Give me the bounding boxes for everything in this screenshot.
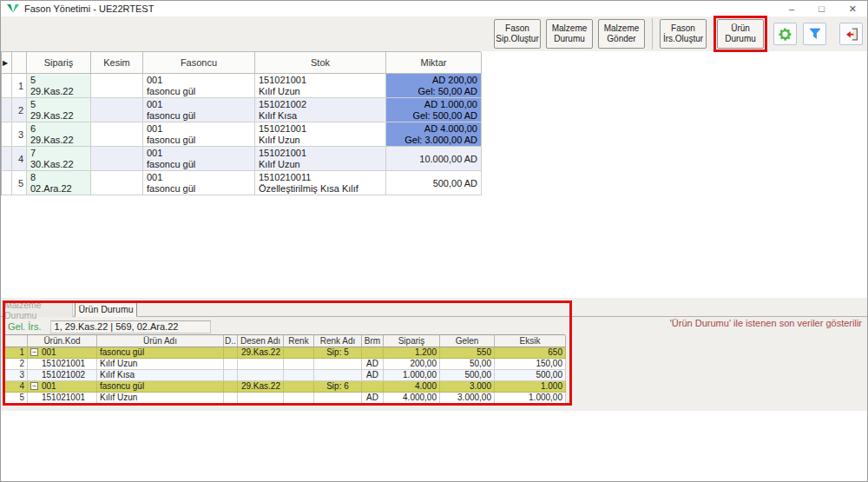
cell-siparis[interactable]: 629.Kas.22 [27, 122, 91, 147]
cell-renk[interactable] [284, 393, 314, 404]
cell-fasoncu[interactable]: 001fasoncu gül [143, 147, 255, 171]
cell-sipari-[interactable]: 4.000,00 [384, 393, 440, 404]
cell-kesim[interactable] [91, 74, 143, 98]
collapse-icon[interactable]: − [30, 348, 38, 356]
rownum-column-header[interactable] [12, 52, 27, 74]
cell-d-[interactable] [224, 393, 238, 404]
cell-stok[interactable]: 151021002Kılıf Kısa [255, 98, 386, 122]
column-header-stok[interactable]: Stok [255, 52, 386, 74]
cell-kesim[interactable] [91, 98, 143, 122]
minimize-button[interactable]: – [789, 3, 794, 15]
cell-eksik[interactable]: 150,00 [495, 359, 566, 370]
cell-miktar[interactable]: 10.000,00 AD [386, 147, 482, 171]
cell--r-n-kod[interactable]: −001 [28, 381, 97, 393]
maximize-button[interactable]: □ [819, 3, 825, 15]
tab-urun-durumu[interactable]: Ürün Durumu [75, 301, 137, 317]
cell-sipari-[interactable]: 1.200 [384, 347, 440, 359]
table-row[interactable]: 5802.Ara.22001fasoncu gül1510210011Özell… [2, 171, 481, 195]
cell-siparis[interactable]: 529.Kas.22 [27, 74, 91, 98]
malzeme-durumu-button[interactable]: Malzeme Durumu [546, 19, 593, 49]
cell-gelen[interactable]: 50,00 [440, 359, 495, 370]
cell-stok[interactable]: 151021001Kılıf Uzun [255, 74, 386, 98]
exit-button[interactable] [839, 23, 863, 45]
cell--r-n-ad-[interactable]: Kılıf Kısa [97, 370, 224, 381]
fason-sip-olustur-button[interactable]: Fason Sip.Oluştur [494, 19, 541, 49]
cell-stok[interactable]: 151021001Kılıf Uzun [255, 122, 386, 147]
cell-desen-ad-[interactable] [238, 393, 284, 404]
column-header-fasoncu[interactable]: Fasoncu [143, 52, 255, 74]
column-header-gelen[interactable]: Gelen [440, 335, 495, 347]
cell-brm[interactable]: AD [362, 359, 384, 370]
column-header-brm[interactable]: Brm [362, 335, 384, 347]
table-row[interactable]: 1529.Kas.22001fasoncu gül151021001Kılıf … [2, 74, 481, 98]
cell--r-n-kod[interactable]: 151021001 [28, 393, 97, 404]
cell-sipari-[interactable]: 4.000 [384, 381, 440, 393]
cell-eksik[interactable]: 650 [495, 347, 566, 359]
cell-siparis[interactable]: 730.Kas.22 [27, 147, 91, 171]
cell--r-n-ad-[interactable]: Kılıf Uzun [97, 359, 224, 370]
table-row[interactable]: 3151021002Kılıf KısaAD1.000,00500,00500,… [5, 370, 565, 381]
cell-stok[interactable]: 1510210011Özelleştirilmiş Kısa Kılıf [255, 171, 386, 195]
close-button[interactable]: ✕ [849, 3, 857, 15]
cell-gelen[interactable]: 3.000 [440, 381, 495, 393]
collapse-icon[interactable]: − [30, 382, 38, 390]
cell-stok[interactable]: 151021001Kılıf Uzun [255, 147, 386, 171]
table-row[interactable]: 1−001fasoncu gül29.Kas.22Sip: 51.2005506… [5, 347, 565, 359]
column-header-sipari-[interactable]: Sipariş [384, 335, 440, 347]
cell-renk[interactable] [284, 370, 314, 381]
cell-gelen[interactable]: 500,00 [440, 370, 495, 381]
cell-sipari-[interactable]: 200,00 [384, 359, 440, 370]
table-row[interactable]: 2529.Kas.22001fasoncu gül151021002Kılıf … [2, 98, 481, 122]
cell-eksik[interactable]: 1.000,00 [495, 393, 566, 404]
cell-desen-ad-[interactable]: 29.Kas.22 [238, 381, 284, 393]
fason-irs-olustur-button[interactable]: Fason İrs.Oluştur [660, 19, 707, 49]
column-header-desen-ad-[interactable]: Desen Adı [238, 335, 284, 347]
cell-miktar[interactable]: 500,00 AD [386, 171, 482, 195]
cell-miktar[interactable]: 4.000,00 ADGel: 3.000,00 AD [386, 122, 482, 147]
cell--r-n-kod[interactable]: 151021001 [28, 359, 97, 370]
cell-renk[interactable] [284, 359, 314, 370]
cell-renk-ad-[interactable] [314, 393, 362, 404]
cell-miktar[interactable]: 200,00 ADGel: 50,00 AD [386, 74, 482, 98]
cell-siparis[interactable]: 802.Ara.22 [27, 171, 91, 195]
column-header--r-n-kod[interactable]: Ürün.Kod [28, 335, 97, 347]
cell-gelen[interactable]: 3.000,00 [440, 393, 495, 404]
cell-kesim[interactable] [91, 147, 143, 171]
cell-d-[interactable] [224, 370, 238, 381]
cell-fasoncu[interactable]: 001fasoncu gül [143, 171, 255, 195]
cell-renk[interactable] [284, 381, 314, 393]
cell-gelen[interactable]: 550 [440, 347, 495, 359]
column-header-kesim[interactable]: Kesim [91, 52, 143, 74]
cell-desen-ad-[interactable]: 29.Kas.22 [238, 347, 284, 359]
column-header--r-n-ad-[interactable]: Ürün Adı [97, 335, 224, 347]
column-header-renk[interactable]: Renk [284, 335, 314, 347]
table-row[interactable]: 2151021001Kılıf UzunAD200,0050,00150,00 [5, 359, 565, 370]
column-header-miktar[interactable]: Miktar [386, 52, 482, 74]
cell-desen-ad-[interactable] [238, 370, 284, 381]
cell-eksik[interactable]: 500,00 [495, 370, 566, 381]
settings-button[interactable] [773, 23, 797, 45]
cell-brm[interactable]: AD [362, 370, 384, 381]
cell-fasoncu[interactable]: 001fasoncu gül [143, 74, 255, 98]
cell-miktar[interactable]: 1.000,00 ADGel: 500,00 AD [386, 98, 482, 122]
column-header-eksik[interactable]: Eksik [495, 335, 566, 347]
table-row[interactable]: 3629.Kas.22001fasoncu gül151021001Kılıf … [2, 122, 481, 147]
cell-desen-ad-[interactable] [238, 359, 284, 370]
tab-malzeme-durumu[interactable]: Malzeme Durumu [3, 301, 73, 317]
table-row[interactable]: 4−001fasoncu gül29.Kas.22Sip: 64.0003.00… [5, 381, 565, 393]
cell--r-n-kod[interactable]: 151021002 [28, 370, 97, 381]
cell-brm[interactable] [362, 381, 384, 393]
cell-eksik[interactable]: 1.000 [495, 381, 566, 393]
cell-brm[interactable] [362, 347, 384, 359]
cell-fasoncu[interactable]: 001fasoncu gül [143, 98, 255, 122]
cell--r-n-ad-[interactable]: fasoncu gül [97, 347, 224, 359]
urun-durumu-button[interactable]: Ürün Durumu [717, 19, 764, 49]
cell-renk-ad-[interactable]: Sip: 6 [314, 381, 362, 393]
cell-renk[interactable] [284, 347, 314, 359]
cell-renk-ad-[interactable] [314, 370, 362, 381]
cell--r-n-kod[interactable]: −001 [28, 347, 97, 359]
cell-d-[interactable] [224, 359, 238, 370]
cell--r-n-ad-[interactable]: Kılıf Uzun [97, 393, 224, 404]
cell--r-n-ad-[interactable]: fasoncu gül [97, 381, 224, 393]
cell-brm[interactable]: AD [362, 393, 384, 404]
